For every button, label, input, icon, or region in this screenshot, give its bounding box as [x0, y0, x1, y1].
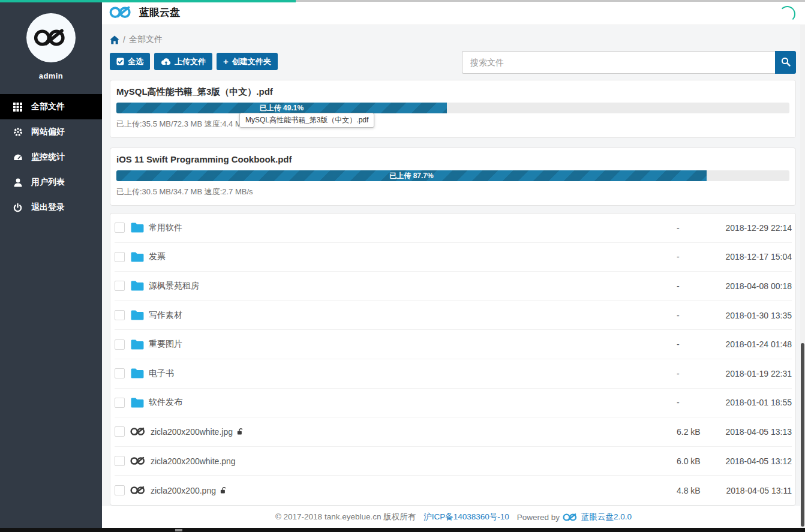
sidebar-item-monitoring[interactable]: 监控统计: [0, 145, 102, 170]
sidebar-item-label: 用户列表: [31, 177, 65, 188]
scrollbar-track[interactable]: [800, 25, 805, 528]
row-checkbox[interactable]: [115, 310, 125, 320]
file-name[interactable]: zicla200x200.png: [151, 486, 216, 495]
file-date: 2018-01-24 01:48: [702, 339, 792, 349]
grid-icon: [13, 102, 23, 112]
progress-bar: 已上传 87.7%: [116, 170, 707, 181]
file-row[interactable]: 写作素材 - 2018-01-30 13:35: [115, 301, 792, 330]
file-size: 6.0 kB: [677, 456, 702, 466]
file-name[interactable]: 电子书: [149, 368, 174, 379]
upload-file-button[interactable]: 上传文件: [154, 53, 212, 70]
file-name[interactable]: 写作素材: [149, 310, 182, 321]
row-checkbox[interactable]: [115, 252, 125, 262]
file-row[interactable]: zicla200x200.png 4.8 kB 2018-04-05 13:11: [115, 476, 792, 505]
app-title: 蓝眼云盘: [139, 5, 180, 19]
file-name[interactable]: 软件发布: [149, 397, 182, 408]
sidebar-item-label: 全部文件: [31, 101, 65, 112]
folder-icon: [130, 251, 145, 263]
row-checkbox[interactable]: [115, 368, 125, 378]
row-checkbox[interactable]: [115, 456, 125, 466]
search-bar: [462, 51, 796, 74]
footer: © 2017-2018 tank.eyeblue.cn 版权所有 沪ICP备14…: [102, 506, 805, 528]
search-input[interactable]: [462, 51, 775, 74]
file-row[interactable]: zicla200x200white.png 6.0 kB 2018-04-05 …: [115, 447, 792, 476]
file-size: -: [677, 398, 702, 407]
file-date: 2018-04-08 00:18: [702, 281, 792, 291]
file-size: 6.2 kB: [677, 427, 702, 437]
upload-filename: MySQL高性能书籍_第3版（中文）.pdf: [116, 86, 789, 98]
sidebar-item-users[interactable]: 用户列表: [0, 170, 102, 195]
sidebar-item-logout[interactable]: 退出登录: [0, 195, 102, 220]
file-size: -: [677, 252, 702, 262]
search-icon: [781, 57, 791, 68]
file-size: -: [677, 339, 702, 349]
loading-spinner-icon: [779, 6, 795, 22]
file-date: 2018-04-05 13:12: [702, 456, 792, 466]
file-thumbnail-icon: [130, 485, 146, 495]
create-folder-label: 创建文件夹: [232, 56, 271, 67]
breadcrumb-separator: /: [123, 35, 125, 44]
file-list: 常用软件 - 2018-12-29 22:14 发票 - 2018-12-17 …: [110, 213, 796, 506]
home-icon[interactable]: [110, 35, 119, 44]
row-checkbox[interactable]: [115, 398, 125, 408]
row-checkbox[interactable]: [115, 485, 125, 495]
brand-infinity-icon: [563, 512, 578, 522]
sidebar-item-label: 退出登录: [31, 202, 65, 213]
scrollbar-thumb[interactable]: [801, 343, 804, 527]
sidebar-item-preferences[interactable]: 网站偏好: [0, 119, 102, 145]
powered-by-label: Powered by: [517, 513, 560, 522]
select-all-label: 全选: [128, 56, 143, 67]
file-thumbnail-icon: [130, 426, 146, 437]
row-checkbox[interactable]: [115, 339, 125, 350]
file-row[interactable]: 电子书 - 2018-01-19 22:31: [115, 359, 792, 389]
file-row[interactable]: 软件发布 - 2018-01-01 18:55: [115, 389, 792, 418]
file-size: 4.8 kB: [677, 486, 702, 495]
file-thumbnail-icon: [130, 456, 146, 466]
brand-version-link[interactable]: 蓝眼云盘2.0.0: [581, 512, 632, 522]
row-checkbox[interactable]: [115, 426, 125, 437]
file-name[interactable]: 重要图片: [149, 339, 182, 350]
unlock-icon: [220, 486, 227, 494]
progress-track: 已上传 87.7%: [116, 170, 789, 181]
file-name[interactable]: zicla200x200white.jpg: [151, 427, 233, 437]
folder-icon: [130, 368, 145, 379]
file-row[interactable]: 发票 - 2018-12-17 15:04: [115, 243, 792, 272]
select-all-button[interactable]: 全选: [110, 53, 150, 70]
main-content: / 全部文件 全选 上传文件: [102, 25, 805, 506]
header: 蓝眼云盘: [102, 0, 805, 25]
page-loading-bar: [0, 0, 296, 2]
file-name[interactable]: 发票: [149, 251, 166, 262]
search-button[interactable]: [775, 51, 796, 74]
filename-tooltip: MySQL高性能书籍_第3版（中文）.pdf: [239, 113, 374, 128]
sidebar-menu: 全部文件 网站偏好 监控统计: [0, 94, 102, 220]
file-row[interactable]: zicla200x200white.jpg 6.2 kB 2018-04-05 …: [115, 417, 792, 447]
upload-card: MySQL高性能书籍_第3版（中文）.pdf 已上传 49.1% 已上传:35.…: [110, 80, 796, 138]
file-size: -: [677, 223, 702, 233]
sidebar-item-all-files[interactable]: 全部文件: [0, 94, 102, 119]
file-row[interactable]: 常用软件 - 2018-12-29 22:14: [115, 214, 792, 243]
avatar[interactable]: [26, 13, 76, 62]
file-name[interactable]: 常用软件: [149, 223, 182, 233]
row-checkbox[interactable]: [115, 223, 125, 233]
breadcrumb: / 全部文件: [110, 34, 796, 46]
file-date: 2018-12-29 22:14: [702, 223, 792, 233]
progress-label: 已上传 87.7%: [389, 171, 433, 181]
app-window: admin 全部文件 网站偏好: [0, 0, 805, 532]
upload-info: 已上传:30.5 MB/34.7 MB 速度:2.7 MB/s: [116, 187, 789, 197]
progress-label: 已上传 49.1%: [260, 103, 304, 113]
unlock-icon: [237, 428, 244, 435]
icp-link[interactable]: 沪ICP备14038360号-10: [423, 512, 509, 522]
upload-filename: iOS 11 Swift Programming Cookbook.pdf: [116, 154, 789, 166]
progress-bar: 已上传 49.1%: [116, 103, 447, 113]
gear-icon: [13, 127, 23, 137]
power-icon: [13, 203, 23, 213]
create-folder-button[interactable]: + 创建文件夹: [217, 53, 278, 70]
file-row[interactable]: 源枫景苑租房 - 2018-04-08 00:18: [115, 272, 792, 301]
file-row[interactable]: 重要图片 - 2018-01-24 01:48: [115, 330, 792, 359]
file-date: 2018-01-19 22:31: [702, 369, 792, 378]
file-name[interactable]: 源枫景苑租房: [149, 281, 199, 291]
folder-icon: [130, 397, 145, 408]
file-name[interactable]: zicla200x200white.png: [151, 456, 236, 466]
breadcrumb-current: 全部文件: [129, 34, 163, 45]
row-checkbox[interactable]: [115, 281, 125, 291]
